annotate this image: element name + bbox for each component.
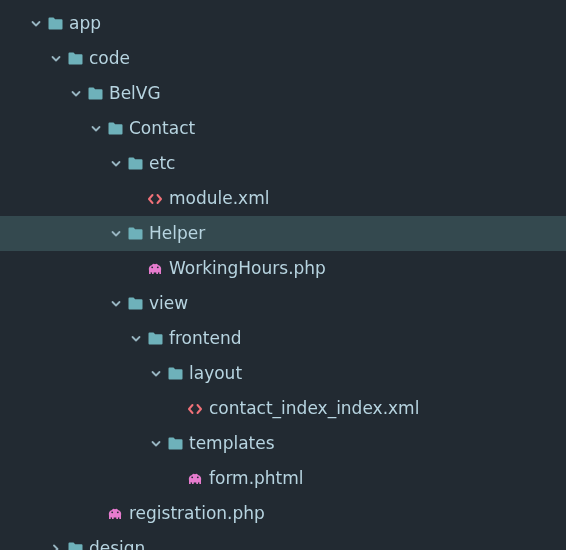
chevron-down-icon[interactable] (50, 53, 62, 65)
tree-row[interactable]: form.phtml (0, 461, 566, 496)
tree-row[interactable]: view (0, 286, 566, 321)
chevron-down-icon[interactable] (30, 18, 42, 30)
file-label: module.xml (169, 181, 269, 216)
folder-icon (147, 331, 163, 347)
file-tree: appcodeBelVGContactetcmodule.xmlHelperWo… (0, 0, 566, 550)
tree-row[interactable]: Contact (0, 111, 566, 146)
folder-label: templates (189, 426, 275, 461)
folder-label: app (69, 6, 101, 41)
svg-point-2 (191, 476, 193, 478)
tree-row[interactable]: layout (0, 356, 566, 391)
folder-icon (127, 226, 143, 242)
folder-icon (127, 156, 143, 172)
folder-label: Helper (149, 216, 205, 251)
folder-icon (87, 86, 103, 102)
chevron-placeholder (130, 263, 142, 275)
folder-label: frontend (169, 321, 241, 356)
folder-icon (167, 366, 183, 382)
tree-row[interactable]: WorkingHours.php (0, 251, 566, 286)
tree-row[interactable]: registration.php (0, 496, 566, 531)
chevron-down-icon[interactable] (150, 438, 162, 450)
folder-icon (167, 436, 183, 452)
tree-row[interactable]: templates (0, 426, 566, 461)
folder-icon (127, 296, 143, 312)
chevron-down-icon[interactable] (110, 158, 122, 170)
file-label: form.phtml (209, 461, 304, 496)
chevron-placeholder (170, 473, 182, 485)
folder-label: Contact (129, 111, 195, 146)
chevron-down-icon[interactable] (90, 123, 102, 135)
folder-label: view (149, 286, 188, 321)
code-file-icon (187, 401, 203, 417)
file-label: WorkingHours.php (169, 251, 326, 286)
folder-label: BelVG (109, 76, 161, 111)
svg-point-5 (117, 511, 119, 513)
folder-icon (67, 541, 83, 551)
chevron-down-icon[interactable] (110, 228, 122, 240)
chevron-down-icon[interactable] (130, 333, 142, 345)
code-file-icon (147, 191, 163, 207)
chevron-right-icon[interactable] (50, 543, 62, 551)
tree-row[interactable]: module.xml (0, 181, 566, 216)
file-label: registration.php (129, 496, 265, 531)
php-file-icon (107, 506, 123, 522)
folder-icon (67, 51, 83, 67)
folder-label: etc (149, 146, 175, 181)
folder-icon (47, 16, 63, 32)
folder-label: code (89, 41, 130, 76)
tree-row[interactable]: design (0, 531, 566, 550)
folder-label: layout (189, 356, 242, 391)
tree-row[interactable]: BelVG (0, 76, 566, 111)
chevron-down-icon[interactable] (110, 298, 122, 310)
svg-point-0 (151, 266, 153, 268)
chevron-down-icon[interactable] (70, 88, 82, 100)
chevron-placeholder (90, 508, 102, 520)
folder-icon (107, 121, 123, 137)
chevron-placeholder (130, 193, 142, 205)
svg-point-4 (111, 511, 113, 513)
chevron-down-icon[interactable] (150, 368, 162, 380)
svg-point-3 (197, 476, 199, 478)
tree-row[interactable]: app (0, 6, 566, 41)
chevron-placeholder (170, 403, 182, 415)
php-file-icon (187, 471, 203, 487)
tree-row[interactable]: code (0, 41, 566, 76)
svg-point-1 (157, 266, 159, 268)
php-file-icon (147, 261, 163, 277)
file-label: contact_index_index.xml (209, 391, 419, 426)
folder-label: design (89, 531, 145, 550)
tree-row[interactable]: Helper (0, 216, 566, 251)
tree-row[interactable]: contact_index_index.xml (0, 391, 566, 426)
tree-row[interactable]: frontend (0, 321, 566, 356)
tree-row[interactable]: etc (0, 146, 566, 181)
